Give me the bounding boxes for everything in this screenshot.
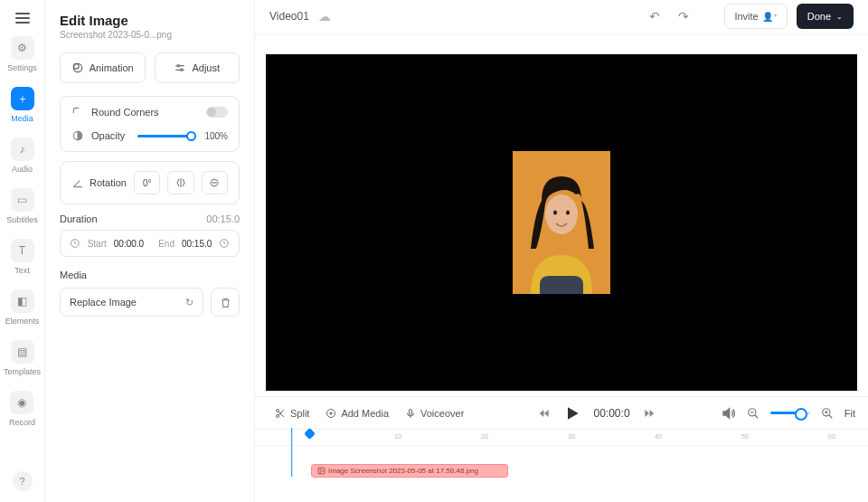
end-label: End	[158, 239, 175, 249]
next-frame-button[interactable]	[643, 407, 656, 420]
nav-subtitles[interactable]: ▭ Subtitles	[6, 188, 38, 224]
left-nav: ⚙ Settings ＋ Media ♪ Audio ▭ Subtitles T…	[0, 0, 45, 502]
chevron-down-icon: ⌄	[836, 13, 843, 21]
rotation-value-input[interactable]: 0°	[134, 171, 160, 194]
nav-label: Settings	[7, 63, 37, 72]
menu-icon[interactable]	[15, 13, 30, 24]
nav-templates[interactable]: ▤ Templates	[4, 340, 41, 376]
nav-label: Audio	[12, 165, 33, 174]
add-media-button[interactable]: Add Media	[318, 408, 396, 419]
flip-h-icon	[175, 177, 186, 188]
done-button[interactable]: Done ⌄	[797, 4, 854, 29]
zoom-out-icon	[747, 407, 760, 420]
zoom-slider[interactable]	[770, 412, 810, 414]
opacity-label: Opacity	[91, 130, 125, 141]
gear-icon: ⚙	[11, 36, 34, 60]
add-media-label: Add Media	[341, 408, 389, 419]
nav-label: Subtitles	[6, 215, 38, 224]
animation-icon	[71, 62, 84, 74]
playhead[interactable]	[304, 428, 316, 440]
flip-v-icon	[209, 177, 220, 188]
panel-title: Edit Image	[60, 13, 240, 28]
volume-icon	[722, 406, 736, 421]
panel-subtitle: Screenshot 2023-05-0...png	[60, 30, 240, 40]
tab-adjust[interactable]: Adjust	[155, 52, 241, 83]
start-value[interactable]: 00:00.0	[114, 239, 144, 249]
flip-horizontal-button[interactable]	[167, 171, 193, 194]
zoom-in-icon	[821, 407, 834, 420]
end-value[interactable]: 00:15.0	[182, 239, 212, 249]
svg-point-13	[277, 409, 279, 412]
cloud-icon[interactable]: ☁	[318, 9, 331, 24]
redo-button[interactable]: ↷	[674, 6, 693, 26]
flip-vertical-button[interactable]	[202, 171, 228, 194]
svg-rect-20	[410, 409, 412, 414]
plus-icon: ＋	[11, 87, 34, 110]
invite-label: Invite	[734, 11, 758, 22]
timeline-ruler[interactable]: 10 20 30 40 50 60 70 80 90	[255, 430, 868, 446]
nav-text[interactable]: T Text	[11, 239, 34, 275]
zoom-in-button[interactable]	[821, 407, 834, 420]
timeline-toolbar: Split Add Media Voiceover 00:00:0	[255, 397, 868, 430]
video-title[interactable]: Video01	[269, 10, 309, 23]
nav-elements[interactable]: ◧ Elements	[5, 289, 40, 326]
tab-row: Animation Adjust	[60, 52, 240, 83]
ruler-mark: 30	[568, 433, 575, 440]
duration-row: Start 00:00.0 End 00:15.0	[60, 230, 240, 257]
round-corners-toggle[interactable]	[206, 107, 228, 118]
ruler-mark: 10	[394, 433, 401, 440]
nav-label: Media	[11, 114, 33, 123]
clock-icon	[219, 238, 230, 249]
undo-button[interactable]: ↶	[645, 6, 665, 26]
audio-icon: ♪	[11, 137, 34, 161]
video-canvas[interactable]	[266, 54, 857, 391]
image-clip[interactable]: Image Screenshot 2023-05-05 at 17.58.48.…	[311, 464, 508, 478]
delete-button[interactable]	[211, 288, 240, 317]
person-image	[513, 151, 610, 294]
nav-record[interactable]: ◉ Record	[9, 391, 35, 427]
replace-image-button[interactable]: Replace Image ↻	[60, 288, 203, 317]
help-button[interactable]: ?	[13, 471, 33, 491]
top-bar: Video01 ☁ ↶ ↷ Invite 👤⁺ Done ⌄	[255, 0, 868, 36]
rotation-label: Rotation	[90, 177, 127, 188]
nav-media[interactable]: ＋ Media	[11, 87, 34, 123]
scissors-icon	[275, 408, 286, 419]
svg-line-22	[755, 414, 759, 418]
main-area: Video01 ☁ ↶ ↷ Invite 👤⁺ Done ⌄	[255, 0, 868, 502]
svg-line-25	[829, 414, 833, 418]
edit-panel: Edit Image Screenshot 2023-05-0...png An…	[45, 0, 255, 502]
templates-icon: ▤	[11, 340, 34, 364]
nav-label: Text	[14, 266, 30, 275]
svg-point-29	[320, 469, 322, 471]
svg-point-12	[566, 211, 570, 215]
round-corners-label: Round Corners	[91, 107, 159, 118]
timeline-tracks[interactable]: Image Screenshot 2023-05-05 at 17.58.48.…	[255, 446, 868, 502]
ruler-mark: 20	[481, 433, 488, 440]
duration-label: Duration	[60, 213, 98, 224]
zoom-out-button[interactable]	[747, 407, 760, 420]
split-button[interactable]: Split	[268, 408, 316, 419]
play-button[interactable]	[563, 404, 581, 422]
nav-label: Templates	[4, 367, 41, 376]
svg-point-5	[181, 69, 183, 71]
trash-icon	[220, 297, 231, 308]
volume-button[interactable]	[722, 406, 736, 421]
voiceover-button[interactable]: Voiceover	[398, 408, 471, 419]
adjust-icon	[174, 62, 186, 74]
start-label: Start	[88, 239, 107, 249]
tab-animation[interactable]: Animation	[60, 52, 146, 83]
invite-button[interactable]: Invite 👤⁺	[724, 4, 787, 29]
opacity-value: 100%	[204, 131, 228, 141]
elements-icon: ◧	[11, 289, 34, 313]
nav-settings[interactable]: ⚙ Settings	[7, 36, 37, 72]
round-corners-row: Round Corners	[71, 106, 228, 118]
mic-icon	[405, 408, 416, 419]
image-clip-preview[interactable]	[513, 151, 610, 294]
svg-point-11	[553, 211, 557, 215]
fit-button[interactable]: Fit	[844, 408, 855, 419]
nav-audio[interactable]: ♪ Audio	[11, 137, 34, 174]
ruler-mark: 40	[655, 433, 662, 440]
media-row: Replace Image ↻	[60, 288, 240, 317]
prev-frame-button[interactable]	[538, 407, 551, 420]
opacity-slider[interactable]	[137, 135, 192, 137]
